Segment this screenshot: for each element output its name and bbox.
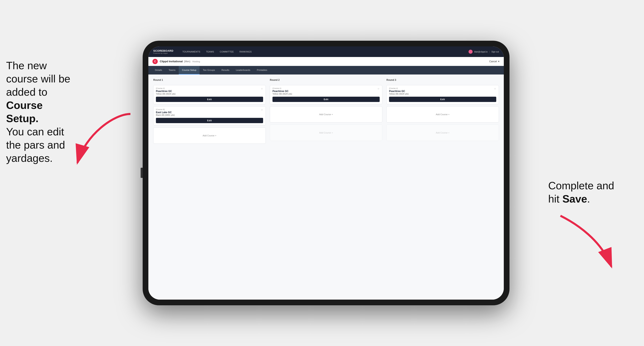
nav-rankings[interactable]: RANKINGS (236, 50, 254, 53)
course-tee-r2-a: Yellow (M) (6629 yds) (272, 93, 380, 95)
cancel-button[interactable]: Cancel ✕ (489, 60, 500, 63)
top-navigation: SCOREBOARD Powered by clippd TOURNAMENTS… (148, 46, 504, 57)
annotation-right: Complete and hit Save. (548, 179, 626, 205)
tab-teams[interactable]: Teams (165, 66, 179, 74)
nav-teams[interactable]: TEAMS (203, 50, 217, 53)
annotation-left: The new course will be added to Course S… (6, 59, 76, 165)
course-name-r1-b: East Lake GC (156, 111, 263, 114)
delete-r1-a-button[interactable]: ○ (260, 87, 264, 90)
course-label-r1-a: (Course A) (156, 87, 263, 89)
round-3-title: Round 3 (386, 79, 499, 81)
tab-leaderboards[interactable]: Leaderboards (232, 66, 254, 74)
user-avatar (468, 50, 472, 54)
nav-right: blair@clippd.io | Sign out (468, 50, 499, 54)
add-course-r1-label: Add Course + (202, 134, 216, 137)
main-content: Round 1 ○ (Course A) Peachtree GC Yellow… (148, 74, 504, 300)
add-course-r1-button[interactable]: Add Course + (153, 127, 266, 144)
tabs-bar: Details Teams Course Setup Tee Groups Re… (148, 66, 504, 74)
brand-title: SCOREBOARD (153, 49, 174, 52)
course-label-r2-a: (Course A) (272, 87, 380, 89)
course-label-r1-b: (Course B) (156, 109, 263, 111)
arrow-left-icon (73, 106, 138, 171)
round-1-column: Round 1 ○ (Course A) Peachtree GC Yellow… (153, 79, 266, 144)
course-card-r3-a: ○ (Course A) Peachtree GC Yellow (M) (66… (386, 85, 499, 104)
add-course-r3-disabled-label: Add Course + (436, 132, 450, 134)
add-course-r2-disabled: Add Course + (270, 125, 382, 141)
tablet-side-button (140, 168, 143, 178)
delete-r1-b-button[interactable]: ○ (260, 108, 264, 111)
course-card-r1-b: ○ (Course B) East Lake GC Black (M) (689… (153, 106, 266, 125)
course-tee-r1-b: Black (M) (6891 yds) (156, 114, 263, 116)
edit-r1-a-button[interactable]: Edit (156, 97, 263, 102)
tournament-status: Hosting (192, 60, 200, 63)
tab-tee-groups[interactable]: Tee Groups (200, 66, 218, 74)
add-course-r3-label: Add Course + (436, 113, 450, 116)
tab-results[interactable]: Results (218, 66, 232, 74)
add-course-r3-disabled: Add Course + (386, 125, 499, 141)
tablet-device: SCOREBOARD Powered by clippd TOURNAMENTS… (143, 41, 510, 305)
nav-tournaments[interactable]: TOURNAMENTS (180, 50, 203, 53)
add-course-r3-button[interactable]: Add Course + (386, 106, 499, 123)
user-email: blair@clippd.io (474, 51, 488, 53)
edit-r2-a-button[interactable]: Edit (272, 97, 380, 102)
tab-course-setup[interactable]: Course Setup (179, 66, 200, 74)
course-card-r2-a: ○ (Course A) Peachtree GC Yellow (M) (66… (270, 85, 382, 104)
course-name-r2-a: Peachtree GC (272, 90, 380, 93)
tab-printables[interactable]: Printables (254, 66, 270, 74)
arrow-right-icon (552, 208, 618, 273)
course-tee-r3-a: Yellow (M) (6629 yds) (389, 93, 496, 95)
round-1-title: Round 1 (153, 79, 266, 81)
sign-out-link[interactable]: Sign out (491, 51, 499, 53)
course-name-r1-a: Peachtree GC (156, 90, 263, 93)
course-card-r1-a: ○ (Course A) Peachtree GC Yellow (M) (66… (153, 85, 266, 104)
tablet-screen: SCOREBOARD Powered by clippd TOURNAMENTS… (148, 46, 504, 300)
course-name-r3-a: Peachtree GC (389, 90, 496, 93)
add-course-r2-disabled-label: Add Course + (319, 132, 333, 134)
tournament-logo: C (152, 59, 158, 64)
delete-r2-a-button[interactable]: ○ (377, 87, 380, 90)
tournament-type: (Men) (184, 60, 190, 63)
delete-r3-a-button[interactable]: ○ (494, 87, 497, 90)
edit-r1-b-button[interactable]: Edit (156, 118, 263, 123)
tournament-bar: C Clippd Invitational (Men) Hosting Canc… (148, 57, 504, 66)
round-2-title: Round 2 (270, 79, 382, 81)
round-2-column: Round 2 ○ (Course A) Peachtree GC Yellow… (270, 79, 382, 144)
course-tee-r1-a: Yellow (M) (6629 yds) (156, 93, 263, 95)
nav-committee[interactable]: COMMITTEE (217, 50, 236, 53)
tab-details[interactable]: Details (152, 66, 165, 74)
round-3-column: Round 3 ○ (Course A) Peachtree GC Yellow… (386, 79, 499, 144)
edit-r3-a-button[interactable]: Edit (389, 97, 496, 102)
brand-logo: SCOREBOARD Powered by clippd (153, 49, 174, 54)
add-course-r2-button[interactable]: Add Course + (270, 106, 382, 123)
add-course-r2-label: Add Course + (319, 113, 333, 116)
rounds-grid: Round 1 ○ (Course A) Peachtree GC Yellow… (153, 79, 499, 144)
brand-subtitle: Powered by clippd (153, 52, 174, 54)
nav-links: TOURNAMENTS TEAMS COMMITTEE RANKINGS (180, 50, 468, 53)
tournament-name: Clippd Invitational (160, 60, 183, 63)
course-label-r3-a: (Course A) (389, 87, 496, 89)
